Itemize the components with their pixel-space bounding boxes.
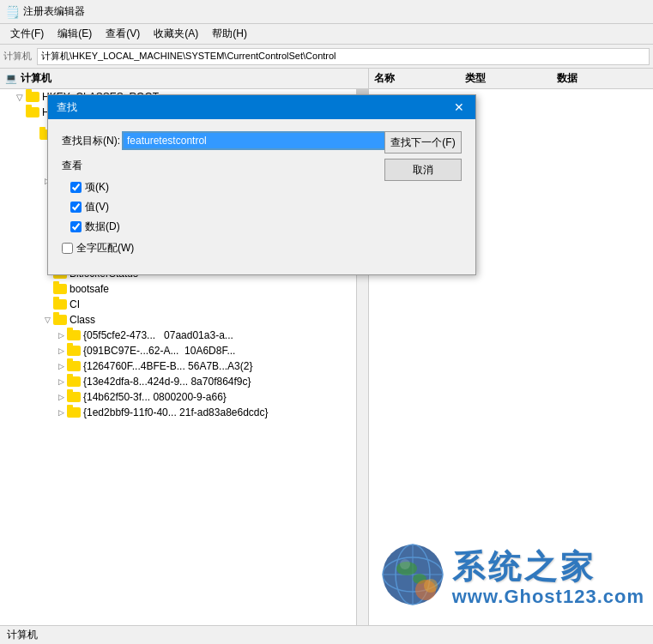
expand-icon[interactable] bbox=[27, 129, 39, 141]
checkbox-data-label: 数据(D) bbox=[85, 220, 120, 234]
column-data: 数据 bbox=[557, 71, 648, 86]
tree-item-label: {13e42dfa-8...424d-9... 8a70f864f9c} bbox=[83, 376, 251, 388]
checkbox-row-key: 项(K) bbox=[70, 180, 462, 195]
tree-item-label: {1ed2bbf9-11f0-40... 21f-ad83a8e6dcdc} bbox=[83, 406, 269, 418]
tree-item[interactable]: ▽ Class bbox=[0, 312, 356, 328]
status-text: 计算机 bbox=[7, 628, 38, 642]
menu-file[interactable]: 文件(F) bbox=[3, 25, 51, 43]
column-type: 类型 bbox=[465, 71, 556, 86]
expand-icon[interactable] bbox=[41, 298, 53, 310]
tree-item-label: {1264760F...4BFE-B... 56A7B...A3(2} bbox=[83, 360, 252, 372]
tree-item[interactable]: ▷ {091BC97E-...62-A... 10A6D8F... bbox=[0, 343, 356, 358]
title-bar: 🗒️ 注册表编辑器 bbox=[0, 0, 653, 24]
find-label: 查找目标(N): bbox=[62, 134, 122, 148]
folder-icon bbox=[67, 376, 81, 387]
cancel-button[interactable]: 取消 bbox=[384, 159, 462, 181]
dialog-body: 查找目标(N): 查看 项(K) 值(V) 数据(D) 全字匹配(W) bbox=[48, 119, 475, 274]
folder-icon bbox=[67, 361, 81, 371]
dialog-title-bar: 查找 ✕ bbox=[48, 95, 475, 119]
app-icon: 🗒️ bbox=[5, 5, 20, 19]
address-label: 计算机 bbox=[3, 50, 32, 63]
menu-edit[interactable]: 编辑(E) bbox=[51, 25, 99, 43]
expand-icon[interactable]: ▷ bbox=[55, 329, 67, 341]
expand-icon[interactable] bbox=[41, 283, 53, 295]
folder-icon bbox=[53, 315, 67, 325]
checkbox-value-label: 值(V) bbox=[85, 200, 109, 214]
dialog-close-button[interactable]: ✕ bbox=[451, 99, 467, 115]
find-next-button[interactable]: 查找下一个(F) bbox=[384, 131, 462, 153]
folder-icon bbox=[67, 346, 81, 356]
tree-item-label: bootsafe bbox=[70, 283, 109, 295]
address-input[interactable] bbox=[37, 48, 650, 65]
tree-item-label: {05f5cfe2-473... 07aad01a3-a... bbox=[83, 329, 233, 341]
tree-item[interactable]: ▷ {1264760F...4BFE-B... 56A7B...A3(2} bbox=[0, 358, 356, 374]
expand-icon[interactable]: ▷ bbox=[55, 376, 67, 388]
tree-item-label: {14b62f50-3f... 0800200-9-a66} bbox=[83, 391, 227, 403]
menu-bar: 文件(F) 编辑(E) 查看(V) 收藏夹(A) 帮助(H) bbox=[0, 24, 653, 45]
dialog-title: 查找 bbox=[57, 100, 77, 115]
tree-item-label: CI bbox=[70, 298, 80, 310]
status-bar: 计算机 bbox=[0, 625, 653, 644]
expand-icon[interactable]: ▷ bbox=[55, 391, 67, 403]
menu-view[interactable]: 查看(V) bbox=[99, 25, 147, 43]
tree-item[interactable]: ▷ {05f5cfe2-473... 07aad01a3-a... bbox=[0, 328, 356, 343]
expand-icon[interactable]: ▽ bbox=[14, 91, 26, 103]
checkbox-data[interactable] bbox=[70, 221, 82, 232]
expand-icon[interactable]: ▷ bbox=[55, 406, 67, 418]
expand-icon[interactable]: ▷ bbox=[55, 345, 67, 357]
dialog-buttons: 查找下一个(F) 取消 bbox=[384, 131, 462, 181]
folder-icon bbox=[53, 284, 67, 294]
folder-icon bbox=[67, 407, 81, 418]
checkbox-row-value: 值(V) bbox=[70, 200, 462, 214]
column-name: 名称 bbox=[374, 71, 465, 86]
checkbox-value[interactable] bbox=[70, 202, 82, 213]
expand-icon[interactable] bbox=[14, 106, 26, 118]
find-dialog: 查找 ✕ 查找目标(N): 查看 项(K) 值(V) 数据(D) bbox=[47, 94, 476, 275]
folder-icon bbox=[26, 92, 39, 102]
menu-help[interactable]: 帮助(H) bbox=[205, 25, 254, 43]
tree-header: 💻 计算机 bbox=[0, 69, 368, 89]
expand-icon[interactable]: ▷ bbox=[55, 360, 67, 372]
full-match-row: 全字匹配(W) bbox=[62, 241, 462, 256]
tree-item-label: Class bbox=[70, 314, 95, 326]
folder-icon bbox=[26, 107, 39, 117]
folder-icon bbox=[67, 330, 81, 340]
tree-item[interactable]: ▷ {1ed2bbf9-11f0-40... 21f-ad83a8e6dcdc} bbox=[0, 405, 356, 420]
checkbox-fullmatch[interactable] bbox=[62, 243, 73, 254]
tree-item[interactable]: ▷ {13e42dfa-8...424d-9... 8a70f864f9c} bbox=[0, 374, 356, 389]
tree-item[interactable]: CI bbox=[0, 297, 356, 312]
tree-item-label: {091BC97E-...62-A... 10A6D8F... bbox=[83, 345, 235, 357]
checkbox-row-data: 数据(D) bbox=[70, 220, 462, 234]
fullmatch-label: 全字匹配(W) bbox=[76, 241, 134, 256]
tree-header-label: 计算机 bbox=[21, 71, 51, 86]
toolbar: 计算机 bbox=[0, 45, 653, 69]
checkbox-group: 项(K) 值(V) 数据(D) bbox=[62, 180, 462, 234]
expand-icon[interactable]: ▽ bbox=[41, 314, 53, 326]
checkbox-key[interactable] bbox=[70, 182, 82, 193]
tree-item[interactable]: bootsafe bbox=[0, 281, 356, 297]
folder-icon bbox=[53, 299, 67, 310]
right-panel-header: 名称 类型 数据 bbox=[369, 69, 653, 89]
checkbox-key-label: 项(K) bbox=[85, 180, 109, 195]
menu-favorites[interactable]: 收藏夹(A) bbox=[147, 25, 205, 43]
tree-item[interactable]: ▷ {14b62f50-3f... 0800200-9-a66} bbox=[0, 389, 356, 405]
app-title: 注册表编辑器 bbox=[23, 4, 85, 19]
folder-icon bbox=[67, 392, 81, 402]
